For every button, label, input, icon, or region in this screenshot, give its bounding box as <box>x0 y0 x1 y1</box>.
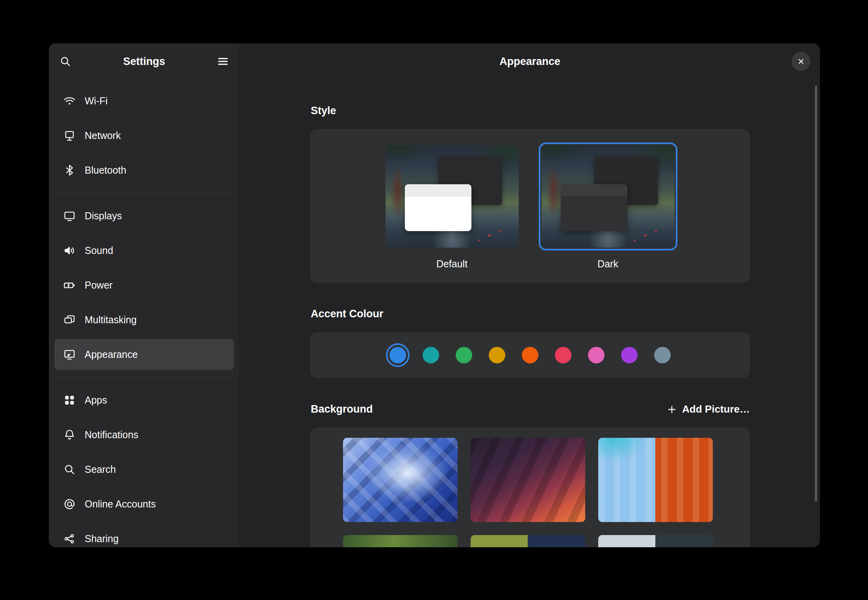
style-thumb-frame-default <box>383 143 521 250</box>
sidebar-item-bluetooth[interactable]: Bluetooth <box>54 155 234 186</box>
sidebar-item-network[interactable]: Network <box>54 120 234 151</box>
main-panel: Appearance Style <box>240 43 820 547</box>
accent-swatch-pink[interactable] <box>588 347 605 363</box>
sidebar-item-label: Sharing <box>85 533 119 544</box>
style-thumbnail-default <box>386 145 519 248</box>
sidebar-item-online-accounts[interactable]: Online Accounts <box>54 489 234 520</box>
sidebar-item-notifications[interactable]: Notifications <box>54 419 234 450</box>
wallpaper-thumbnail-light-dark-split[interactable] <box>598 535 713 547</box>
plus-icon <box>666 404 677 415</box>
style-label-default: Default <box>436 258 467 270</box>
menu-button[interactable] <box>213 52 232 71</box>
add-picture-button[interactable]: Add Picture… <box>666 403 750 415</box>
sidebar-item-label: Network <box>85 130 121 141</box>
wallpaper-thumbnail-blue-orange-drips[interactable] <box>598 438 713 522</box>
close-icon <box>797 57 805 66</box>
wallpaper-thumbnail-purple-orange-waves[interactable] <box>471 438 585 522</box>
background-header-row: Background Add Picture… <box>310 403 750 415</box>
hamburger-icon <box>217 55 229 68</box>
sidebar-item-label: Search <box>85 464 116 475</box>
sidebar-item-apps[interactable]: Apps <box>54 385 234 416</box>
sidebar-item-label: Wi-Fi <box>85 95 108 107</box>
background-heading: Background <box>311 403 373 415</box>
main-content: Style Default <box>240 80 820 547</box>
bell-icon <box>63 428 76 441</box>
accent-swatch-green[interactable] <box>456 347 472 363</box>
background-card <box>310 428 750 547</box>
wallpaper-thumbnail-green-landscape[interactable] <box>343 535 458 547</box>
sidebar-item-search[interactable]: Search <box>54 454 234 485</box>
style-card: Default Dark <box>310 129 750 283</box>
sidebar-divider <box>57 377 231 378</box>
bluetooth-icon <box>63 164 76 177</box>
accent-swatch-yellow[interactable] <box>489 347 505 363</box>
sidebar-item-label: Displays <box>85 210 122 222</box>
app-title: Settings <box>49 56 239 68</box>
style-option-dark[interactable]: Dark <box>539 143 677 270</box>
network-icon <box>63 129 76 142</box>
style-label-dark: Dark <box>597 258 618 270</box>
settings-window: Settings Wi-Fi <box>49 43 820 547</box>
accent-swatch-teal[interactable] <box>423 347 439 363</box>
close-button[interactable] <box>792 52 811 71</box>
multitasking-icon <box>63 313 76 326</box>
share-icon <box>63 532 76 545</box>
sidebar: Settings Wi-Fi <box>49 43 240 547</box>
window-preview-front-light <box>405 184 471 231</box>
apps-grid-icon <box>63 394 76 407</box>
wallpaper-thumbnail-blue-geometric-cubes[interactable] <box>343 438 458 522</box>
sidebar-item-label: Power <box>85 280 113 291</box>
accent-colour-card <box>310 332 750 378</box>
sidebar-item-multitasking[interactable]: Multitasking <box>54 304 234 335</box>
sidebar-item-appearance[interactable]: Appearance <box>54 339 234 370</box>
sidebar-item-sound[interactable]: Sound <box>54 235 234 266</box>
wallpaper-thumbnail-olive-navy-split[interactable] <box>471 535 585 547</box>
battery-icon <box>63 279 76 292</box>
accent-colour-heading: Accent Colour <box>311 308 750 320</box>
sidebar-item-label: Notifications <box>85 429 138 441</box>
style-thumbnail-dark <box>542 145 675 248</box>
accent-swatch-red[interactable] <box>555 347 571 363</box>
sidebar-item-label: Bluetooth <box>85 165 126 176</box>
display-icon <box>63 209 76 222</box>
main-header: Appearance <box>240 43 820 80</box>
sidebar-nav: Wi-Fi Network Bluetooth <box>49 80 239 547</box>
search-button[interactable] <box>56 52 75 71</box>
sidebar-item-label: Apps <box>85 394 107 406</box>
desktop: Settings Wi-Fi <box>0 0 868 600</box>
sidebar-item-displays[interactable]: Displays <box>54 200 234 231</box>
at-sign-icon <box>63 498 76 511</box>
page-title: Appearance <box>499 56 560 68</box>
window-preview-front-dark <box>561 184 627 231</box>
accent-swatch-purple[interactable] <box>621 347 638 363</box>
accent-swatch-orange[interactable] <box>522 347 538 363</box>
style-option-default[interactable]: Default <box>383 143 521 270</box>
sidebar-item-label: Appearance <box>85 349 138 360</box>
sidebar-divider <box>57 193 231 193</box>
sidebar-item-label: Online Accounts <box>85 498 156 510</box>
sidebar-header: Settings <box>49 43 239 80</box>
appearance-icon <box>63 348 76 361</box>
sidebar-item-label: Sound <box>85 245 113 256</box>
sidebar-item-power[interactable]: Power <box>54 270 234 301</box>
search-icon <box>63 463 76 476</box>
add-picture-label: Add Picture… <box>682 403 750 415</box>
sidebar-item-label: Multitasking <box>85 314 137 326</box>
search-icon <box>59 55 72 68</box>
style-heading: Style <box>311 105 750 117</box>
accent-swatch-slate[interactable] <box>654 347 671 363</box>
sidebar-item-wifi[interactable]: Wi-Fi <box>54 85 234 117</box>
wifi-icon <box>63 94 76 107</box>
speaker-icon <box>63 244 76 257</box>
style-thumb-frame-dark <box>539 143 677 250</box>
scrollbar[interactable] <box>815 86 817 502</box>
sidebar-item-sharing[interactable]: Sharing <box>54 523 234 547</box>
accent-swatch-blue[interactable] <box>389 347 406 363</box>
